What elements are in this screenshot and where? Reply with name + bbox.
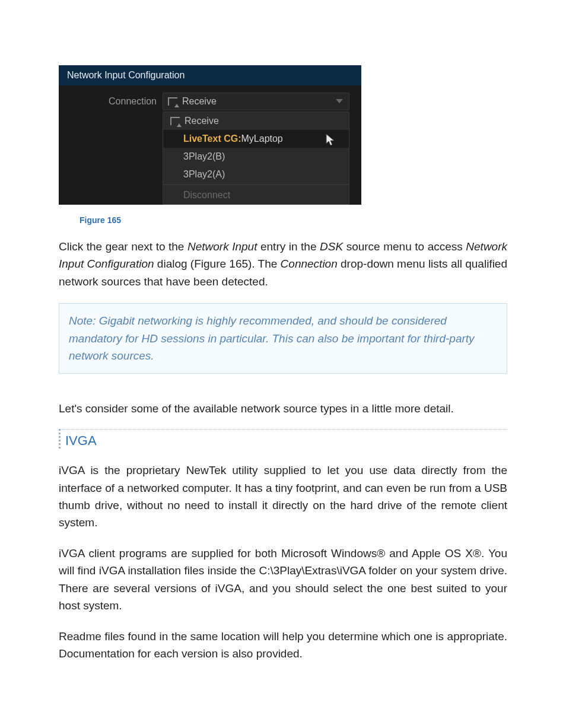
figure-caption: Figure 165	[80, 215, 507, 225]
paragraph-5: Readme files found in the same location …	[59, 628, 507, 663]
connection-options-list: Receive LiveText CG: MyLaptop 3Play2(B)	[163, 112, 349, 205]
option-receive[interactable]: Receive	[163, 112, 349, 130]
option-3play2a[interactable]: 3Play2(A)	[163, 166, 349, 183]
dialog-title: Network Input Configuration	[59, 65, 361, 85]
connection-dropdown[interactable]: Receive	[163, 93, 349, 110]
option-disconnect[interactable]: Disconnect	[163, 186, 349, 204]
option-3play2b[interactable]: 3Play2(B)	[163, 148, 349, 166]
option-label: 3Play2(B)	[183, 151, 225, 162]
section-heading-ivga: IVGA	[59, 429, 507, 449]
paragraph-3: iVGA is the proprietary NewTek utility s…	[59, 462, 507, 532]
connection-selected: Receive	[182, 96, 217, 107]
cursor-icon	[325, 133, 336, 147]
note-box: Note: Gigabit networking is highly recom…	[59, 303, 507, 373]
receive-icon	[168, 97, 177, 106]
receive-icon	[170, 117, 180, 125]
option-livetext[interactable]: LiveText CG: MyLaptop	[163, 130, 349, 148]
option-suffix: MyLaptop	[241, 133, 283, 144]
option-label: Receive	[185, 116, 219, 126]
network-input-config-dialog: Network Input Configuration Connection R…	[59, 65, 361, 205]
paragraph-4: iVGA client programs are supplied for bo…	[59, 545, 507, 615]
chevron-down-icon	[336, 99, 343, 103]
option-label: 3Play2(A)	[183, 169, 225, 180]
paragraph-1: Click the gear next to the Network Input…	[59, 238, 507, 290]
option-prefix: LiveText CG:	[183, 133, 241, 144]
paragraph-2: Let's consider some of the available net…	[59, 400, 507, 417]
list-separator	[163, 185, 349, 185]
option-label: Disconnect	[183, 190, 230, 201]
connection-label: Connection	[59, 96, 163, 107]
